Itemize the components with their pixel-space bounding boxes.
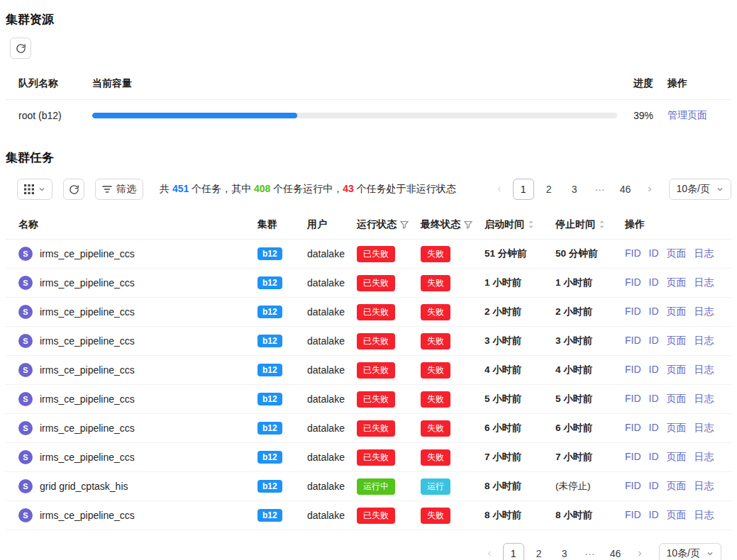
prev-page-button[interactable] [490, 179, 509, 200]
filter-funnel-icon[interactable] [464, 220, 472, 229]
not-running-count: 43 [343, 183, 354, 194]
fid-link[interactable]: FID [625, 247, 641, 260]
spark-avatar: S [18, 247, 33, 261]
log-link[interactable]: 日志 [694, 335, 714, 347]
id-link[interactable]: ID [649, 480, 659, 493]
final-status-badge: 失败 [421, 362, 450, 379]
page-size-select[interactable]: 10条/页 [669, 179, 731, 200]
sort-icon[interactable] [528, 220, 534, 229]
filter-funnel-icon[interactable] [400, 220, 409, 229]
id-link[interactable]: ID [649, 276, 659, 289]
page-link[interactable]: 页面 [667, 451, 687, 464]
page-link[interactable]: 页面 [667, 247, 687, 260]
stop-time: 6 小时前 [555, 422, 625, 435]
tasks-title: 集群任务 [6, 150, 731, 166]
page-button-46[interactable]: 46 [605, 543, 626, 560]
cluster-badge: b12 [257, 247, 282, 260]
col-name: 名称 [6, 218, 257, 231]
fid-link[interactable]: FID [625, 364, 641, 376]
page-link[interactable]: 页面 [667, 509, 687, 522]
log-link[interactable]: 日志 [694, 364, 714, 376]
next-page-button[interactable] [631, 543, 649, 560]
page-link[interactable]: 页面 [667, 335, 687, 347]
page-button-3[interactable]: 3 [554, 543, 575, 560]
fid-link[interactable]: FID [625, 451, 641, 464]
stop-time: 1 小时前 [555, 276, 625, 289]
id-link[interactable]: ID [649, 364, 659, 376]
task-summary: 共 451 个任务，其中 408 个任务运行中，43 个任务处于非运行状态 [160, 183, 456, 196]
resources-table: 队列名称 当前容量 进度 操作 root (b12) 39% 管理页面 [6, 67, 731, 131]
page-ellipsis[interactable]: ··· [589, 179, 611, 200]
progress-value: 39% [628, 110, 667, 121]
prev-page-button[interactable] [480, 543, 499, 560]
capacity-progress-bar [92, 113, 617, 118]
log-link[interactable]: 日志 [694, 393, 714, 405]
log-link[interactable]: 日志 [694, 276, 714, 289]
page-button-1[interactable]: 1 [503, 543, 524, 560]
page-button-2[interactable]: 2 [538, 179, 560, 200]
fid-link[interactable]: FID [625, 335, 641, 347]
page-link[interactable]: 页面 [667, 422, 687, 435]
task-row: Sirms_ce_pipeline_ccs b12 datalake 已失败 失… [6, 356, 731, 385]
cluster-badge: b12 [257, 276, 282, 289]
fid-link[interactable]: FID [625, 422, 641, 435]
page-link[interactable]: 页面 [667, 276, 687, 289]
stop-time: 7 小时前 [555, 451, 625, 464]
stop-time: 3 小时前 [555, 335, 625, 347]
run-status-badge: 已失败 [357, 391, 395, 408]
fid-link[interactable]: FID [625, 276, 641, 289]
col-current-capacity: 当前容量 [92, 77, 628, 90]
filter-button[interactable]: 筛选 [95, 179, 143, 200]
spark-avatar: S [18, 392, 33, 406]
page-button-46[interactable]: 46 [615, 179, 636, 200]
stop-time: (未停止) [555, 480, 625, 493]
page-ellipsis[interactable]: ··· [580, 543, 601, 560]
start-time: 7 小时前 [484, 451, 555, 464]
resources-refresh-button[interactable] [10, 38, 31, 59]
col-progress: 进度 [628, 77, 667, 90]
sort-icon[interactable] [599, 220, 605, 229]
page-link[interactable]: 页面 [667, 306, 687, 318]
page-button-1[interactable]: 1 [513, 179, 534, 200]
total-count: 451 [172, 183, 189, 194]
log-link[interactable]: 日志 [694, 422, 714, 435]
fid-link[interactable]: FID [625, 480, 641, 493]
cluster-badge: b12 [257, 306, 282, 318]
filter-icon [102, 184, 112, 194]
fid-link[interactable]: FID [625, 306, 641, 318]
task-name: irms_ce_pipeline_ccs [40, 248, 135, 259]
column-settings-button[interactable] [17, 179, 52, 200]
final-status-badge: 失败 [421, 508, 450, 524]
log-link[interactable]: 日志 [694, 306, 714, 318]
task-name: irms_ce_pipeline_ccs [40, 306, 135, 318]
page-button-3[interactable]: 3 [564, 179, 585, 200]
log-link[interactable]: 日志 [694, 509, 714, 522]
log-link[interactable]: 日志 [694, 451, 714, 464]
log-link[interactable]: 日志 [694, 480, 714, 493]
id-link[interactable]: ID [649, 422, 659, 435]
spark-avatar: S [18, 450, 33, 464]
id-link[interactable]: ID [649, 335, 659, 347]
fid-link[interactable]: FID [625, 509, 641, 522]
id-link[interactable]: ID [649, 451, 659, 464]
task-name: irms_ce_pipeline_ccs [40, 335, 135, 347]
tasks-table: 名称 集群 用户 运行状态 最终状态 启动时间 [6, 210, 731, 530]
id-link[interactable]: ID [649, 247, 659, 260]
page: 集群资源 队列名称 当前容量 进度 操作 root (b12) 39% 管理页面… [0, 0, 737, 560]
log-link[interactable]: 日志 [694, 247, 714, 260]
spark-avatar: S [18, 334, 33, 348]
fid-link[interactable]: FID [625, 393, 641, 405]
id-link[interactable]: ID [649, 306, 659, 318]
id-link[interactable]: ID [649, 393, 659, 405]
run-status-badge: 已失败 [357, 449, 395, 466]
page-link[interactable]: 页面 [667, 480, 687, 493]
page-link[interactable]: 页面 [667, 393, 687, 405]
col-final-status: 最终状态 [421, 218, 484, 231]
page-size-select[interactable]: 10条/页 [659, 543, 721, 560]
page-button-2[interactable]: 2 [528, 543, 550, 560]
id-link[interactable]: ID [649, 509, 659, 522]
tasks-refresh-button[interactable] [63, 179, 84, 200]
manage-page-link[interactable]: 管理页面 [667, 109, 707, 121]
page-link[interactable]: 页面 [667, 364, 687, 376]
next-page-button[interactable] [641, 179, 659, 200]
